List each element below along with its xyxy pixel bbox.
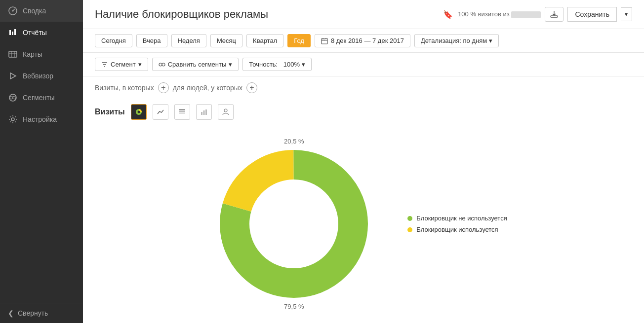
- chart-label-bottom: 79,5 %: [220, 303, 368, 310]
- collapse-button[interactable]: ❮ Свернуть: [0, 303, 83, 323]
- chart-type-bar-button[interactable]: [196, 104, 212, 120]
- svg-rect-20: [179, 112, 185, 114]
- svg-point-8: [10, 96, 13, 99]
- save-button[interactable]: Сохранить: [567, 7, 617, 22]
- chart-section-header: Визиты: [83, 99, 644, 125]
- legend-label-no-blocker: Блокировщик не используется: [416, 215, 507, 222]
- svg-point-1: [12, 10, 14, 12]
- export-icon: [550, 10, 558, 18]
- donut-svg: [220, 150, 368, 298]
- maps-icon: [8, 49, 18, 59]
- condition-text2: для людей, у которых: [173, 84, 242, 92]
- visits-blur: [511, 11, 541, 18]
- period-today[interactable]: Сегодня: [95, 34, 132, 47]
- segment-label: Сегмент: [111, 61, 136, 68]
- sidebar-item-label: Сводка: [23, 7, 46, 15]
- svg-point-10: [11, 118, 14, 121]
- period-year[interactable]: Год: [287, 34, 311, 47]
- segment-caret-icon: ▾: [138, 61, 142, 68]
- calendar-icon: [321, 37, 328, 44]
- svg-point-15: [159, 63, 162, 66]
- accuracy-prefix: Точность:: [249, 61, 278, 68]
- svg-rect-24: [205, 109, 207, 115]
- condition-row: Визиты, в которых + для людей, у которых…: [83, 76, 644, 99]
- page-title: Наличие блокировщиков рекламы: [95, 8, 438, 21]
- compare-button[interactable]: Сравнить сегменты ▾: [152, 58, 239, 71]
- svg-rect-22: [201, 112, 202, 115]
- legend-item-blocker: Блокировщик используется: [407, 226, 507, 233]
- svg-point-28: [267, 197, 321, 251]
- svg-rect-5: [9, 51, 17, 57]
- svg-rect-12: [322, 38, 327, 44]
- chart-wrapper: 20,5 % 79,5 %: [220, 150, 507, 298]
- detail-button[interactable]: Детализация: по дням ▾: [414, 34, 499, 47]
- accuracy-button[interactable]: Точность: 100% ▾: [242, 58, 312, 71]
- chart-type-line-button[interactable]: [153, 104, 168, 120]
- sidebar-item-settings[interactable]: Настройка: [0, 108, 83, 130]
- sidebar-item-reports[interactable]: Отчёты: [0, 22, 83, 43]
- svg-point-9: [13, 96, 16, 99]
- date-range-button[interactable]: 8 дек 2016 — 7 дек 2017: [315, 34, 410, 47]
- sidebar: Сводка Отчёты Карты Вебвиз: [0, 0, 83, 323]
- chart-label-top: 20,5 %: [220, 138, 368, 145]
- sidebar-item-maps[interactable]: Карты: [0, 43, 83, 65]
- sidebar-item-label: Вебвизор: [23, 72, 53, 80]
- period-quarter[interactable]: Квартал: [246, 34, 283, 47]
- bookmark-icon[interactable]: 🔖: [443, 10, 453, 19]
- export-button[interactable]: [545, 7, 564, 22]
- sidebar-item-segments[interactable]: Сегменты: [0, 87, 83, 108]
- stacked-bar-icon: [178, 108, 186, 116]
- svg-rect-21: [179, 109, 185, 110]
- svg-rect-3: [12, 32, 13, 35]
- detail-label: Детализация: по дням: [421, 37, 487, 44]
- detail-caret-icon: ▾: [489, 37, 492, 44]
- chart-legend: Блокировщик не используется Блокировщик …: [407, 215, 507, 233]
- bar-chart-icon: [200, 108, 208, 116]
- chart-type-stacked-button[interactable]: [174, 104, 190, 120]
- add-condition-1-button[interactable]: +: [158, 82, 169, 93]
- webvisor-icon: [8, 71, 18, 81]
- chart-type-table-button[interactable]: [218, 104, 234, 120]
- segments-icon: [8, 93, 18, 103]
- save-caret-button[interactable]: ▾: [621, 7, 632, 21]
- main-content: Наличие блокировщиков рекламы 🔖 100 % ви…: [83, 0, 644, 323]
- pie-chart-icon: [135, 108, 143, 116]
- sidebar-item-label: Карты: [23, 50, 42, 58]
- sidebar-item-webvisor[interactable]: Вебвизор: [0, 65, 83, 87]
- chart-title: Визиты: [95, 108, 125, 116]
- compare-caret-icon: ▾: [229, 61, 232, 68]
- sidebar-item-dashboard[interactable]: Сводка: [0, 0, 83, 22]
- legend-label-blocker: Блокировщик используется: [416, 226, 498, 233]
- legend-dot-yellow: [407, 227, 412, 232]
- period-month[interactable]: Месяц: [210, 34, 242, 47]
- add-condition-2-button[interactable]: +: [246, 82, 257, 93]
- header-right: 100 % визитов из Сохранить ▾: [458, 7, 632, 22]
- svg-rect-14: [324, 39, 325, 40]
- accuracy-value: 100%: [283, 61, 300, 68]
- segment-button[interactable]: Сегмент ▾: [95, 58, 148, 71]
- svg-rect-13: [322, 39, 323, 40]
- accuracy-caret-icon: ▾: [302, 61, 305, 68]
- date-range-label: 8 дек 2016 — 7 дек 2017: [331, 37, 404, 44]
- svg-rect-2: [9, 30, 11, 35]
- visits-info: 100 % визитов из: [458, 10, 541, 18]
- legend-dot-green: [407, 216, 412, 221]
- svg-rect-23: [203, 110, 204, 115]
- sidebar-item-label: Настройка: [23, 115, 57, 123]
- svg-point-25: [224, 109, 227, 112]
- period-week[interactable]: Неделя: [171, 34, 206, 47]
- svg-rect-11: [551, 16, 558, 17]
- chart-type-pie-button[interactable]: [131, 104, 147, 120]
- svg-point-16: [162, 63, 165, 66]
- period-yesterday[interactable]: Вчера: [136, 34, 167, 47]
- person-icon: [222, 108, 230, 116]
- condition-text1: Визиты, в которых: [95, 84, 154, 92]
- settings-icon: [8, 114, 18, 124]
- sidebar-item-label: Отчёты: [23, 29, 47, 36]
- svg-rect-19: [179, 110, 185, 112]
- svg-marker-6: [10, 73, 16, 79]
- donut-chart: 20,5 % 79,5 %: [220, 150, 368, 298]
- chevron-left-icon: ❮: [8, 309, 14, 317]
- sidebar-item-label: Сегменты: [23, 94, 55, 102]
- segment-icon: [101, 61, 108, 68]
